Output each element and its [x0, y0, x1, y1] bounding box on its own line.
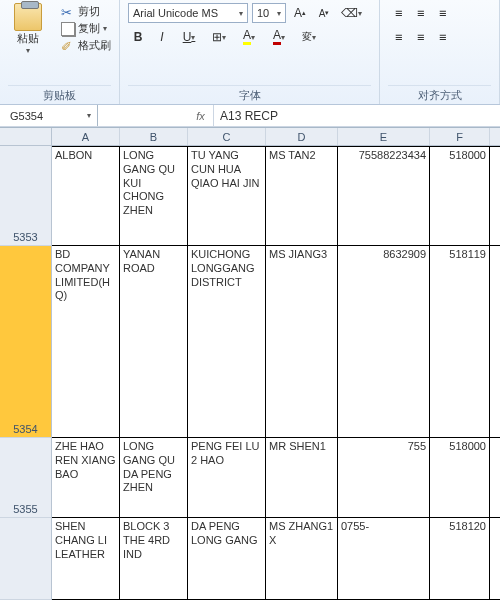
- font-size-combo[interactable]: 10 ▾: [252, 3, 286, 23]
- clipboard-group-title: 剪贴板: [8, 85, 111, 103]
- cell-value: DA PENG LONG GANG: [191, 520, 258, 546]
- cell-value: LONG GANG QU DA PENG ZHEN: [123, 440, 175, 493]
- cell-value: BLOCK 3 THE 4RD IND: [123, 520, 170, 560]
- align-center-icon: ≡: [417, 30, 423, 44]
- align-group-title: 对齐方式: [388, 85, 491, 103]
- column-header[interactable]: B: [120, 128, 188, 145]
- format-painter-label: 格式刷: [78, 38, 111, 53]
- cut-label: 剪切: [78, 4, 100, 19]
- cell-value: LONG GANG QU KUI CHONG ZHEN: [123, 149, 175, 216]
- format-painter-button[interactable]: ✐ 格式刷: [61, 37, 111, 54]
- italic-button[interactable]: I: [152, 27, 172, 47]
- cell-value: YANAN ROAD: [123, 248, 160, 274]
- align-right-button[interactable]: ≡: [432, 27, 452, 47]
- cut-button[interactable]: ✂ 剪切: [61, 3, 111, 20]
- chevron-down-icon: ▾: [239, 9, 243, 18]
- cell-value: KUICHONG LONGGANG DISTRICT: [191, 248, 255, 288]
- column-header[interactable]: E: [338, 128, 430, 145]
- row-number: 5353: [13, 231, 37, 243]
- cell[interactable]: 75588223434: [338, 147, 430, 245]
- cell[interactable]: 518000: [430, 147, 490, 245]
- bold-button[interactable]: B: [128, 27, 148, 47]
- column-header[interactable]: C: [188, 128, 266, 145]
- cell[interactable]: ZHE HAO REN XIANG BAO: [52, 438, 120, 517]
- chevron-down-icon: ▾: [222, 33, 226, 42]
- cell[interactable]: MS ZHANG1 X: [266, 518, 338, 599]
- name-box-value: G5354: [10, 110, 43, 122]
- align-bottom-button[interactable]: ≡: [432, 3, 452, 23]
- cell[interactable]: 8632909: [338, 246, 430, 437]
- row-header[interactable]: [0, 518, 51, 600]
- align-center-button[interactable]: ≡: [410, 27, 430, 47]
- cell[interactable]: ALBON: [52, 147, 120, 245]
- cell[interactable]: 0755-: [338, 518, 430, 599]
- row-number: 5354: [13, 423, 37, 435]
- cell-value: MS ZHANG1 X: [269, 520, 333, 546]
- column-label: B: [150, 131, 157, 143]
- underline-button[interactable]: U▾: [176, 27, 202, 47]
- cell[interactable]: BLOCK 3 THE 4RD IND: [120, 518, 188, 599]
- select-all-corner[interactable]: [0, 128, 52, 146]
- align-middle-button[interactable]: ≡: [410, 3, 430, 23]
- cell[interactable]: YANAN ROAD: [120, 246, 188, 437]
- cell[interactable]: MR SHEN1: [266, 438, 338, 517]
- align-left-button[interactable]: ≡: [388, 27, 408, 47]
- fill-color-button[interactable]: A ▾: [236, 27, 262, 47]
- decrease-font-icon: A: [319, 8, 326, 19]
- name-box[interactable]: G5354 ▾: [0, 105, 98, 126]
- cell[interactable]: SHEN CHANG LI LEATHER: [52, 518, 120, 599]
- cell[interactable]: LONG GANG QU DA PENG ZHEN: [120, 438, 188, 517]
- paste-button[interactable]: 粘贴 ▾: [8, 3, 48, 77]
- formula-bar[interactable]: A13 RECP: [214, 105, 500, 126]
- cell-value: MS JIANG3: [269, 248, 327, 260]
- cell[interactable]: TU YANG CUN HUA QIAO HAI JIN: [188, 147, 266, 245]
- font-color-button[interactable]: A ▾: [266, 27, 292, 47]
- font-name-value: Arial Unicode MS: [133, 7, 218, 19]
- column-header[interactable]: F: [430, 128, 490, 145]
- cell[interactable]: 518120: [430, 518, 490, 599]
- increase-font-button[interactable]: A▴: [290, 3, 310, 23]
- align-left-icon: ≡: [395, 30, 401, 44]
- bold-icon: B: [134, 30, 143, 44]
- align-top-button[interactable]: ≡: [388, 3, 408, 23]
- eraser-icon: ⌫: [341, 6, 358, 20]
- cell-value: TU YANG CUN HUA QIAO HAI JIN: [191, 149, 259, 189]
- copy-button[interactable]: 复制 ▾: [61, 20, 111, 37]
- chevron-down-icon: ▾: [26, 46, 30, 55]
- row-header[interactable]: 5355: [0, 438, 51, 518]
- column-header[interactable]: A: [52, 128, 120, 145]
- font-group-title: 字体: [128, 85, 371, 103]
- cell[interactable]: PENG FEI LU 2 HAO: [188, 438, 266, 517]
- cell[interactable]: KUICHONG LONGGANG DISTRICT: [188, 246, 266, 437]
- chevron-down-icon: ▾: [191, 33, 195, 42]
- column-header[interactable]: D: [266, 128, 338, 145]
- clear-format-button[interactable]: ⌫▾: [338, 3, 364, 23]
- column-label: C: [223, 131, 231, 143]
- cell[interactable]: 518000: [430, 438, 490, 517]
- cell[interactable]: BD COMPANY LIMITED(HQ): [52, 246, 120, 437]
- cell[interactable]: MS JIANG3: [266, 246, 338, 437]
- phonetic-icon: 変: [302, 30, 312, 44]
- font-size-value: 10: [257, 7, 269, 19]
- cell[interactable]: 755: [338, 438, 430, 517]
- fx-button[interactable]: fx: [188, 105, 214, 126]
- decrease-font-button[interactable]: A▾: [314, 3, 334, 23]
- borders-button[interactable]: ⊞▾: [206, 27, 232, 47]
- scissors-icon: ✂: [61, 5, 75, 19]
- cell-value: 0755-: [341, 520, 369, 532]
- chevron-down-icon: ▾: [277, 9, 281, 18]
- align-bottom-icon: ≡: [439, 6, 445, 20]
- cell[interactable]: MS TAN2: [266, 147, 338, 245]
- font-name-combo[interactable]: Arial Unicode MS ▾: [128, 3, 248, 23]
- cell[interactable]: DA PENG LONG GANG: [188, 518, 266, 599]
- cell[interactable]: 518119: [430, 246, 490, 437]
- cell[interactable]: LONG GANG QU KUI CHONG ZHEN: [120, 147, 188, 245]
- column-label: F: [456, 131, 463, 143]
- row-header[interactable]: 5353: [0, 146, 51, 246]
- phonetic-button[interactable]: 変▾: [296, 27, 322, 47]
- font-color-icon: A: [273, 29, 281, 45]
- chevron-down-icon: ▾: [251, 33, 255, 42]
- row-header[interactable]: 5354: [0, 246, 51, 438]
- paste-label: 粘贴: [17, 31, 39, 46]
- cell-value: 518000: [449, 440, 486, 452]
